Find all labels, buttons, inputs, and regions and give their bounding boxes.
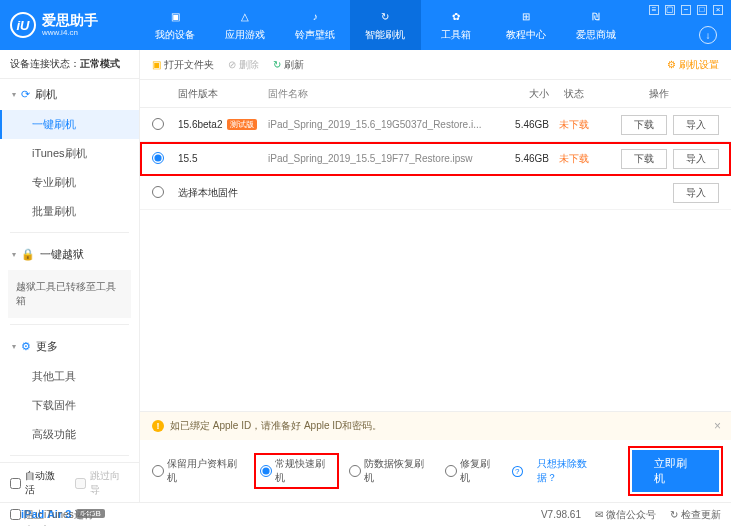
nav-label-1: 应用游戏 xyxy=(225,28,265,42)
flash-now-button[interactable]: 立即刷机 xyxy=(632,450,719,492)
gear-icon: ⚙ xyxy=(21,340,31,353)
section-label: 一键越狱 xyxy=(40,247,84,262)
sidebar-item[interactable]: 批量刷机 xyxy=(0,197,139,226)
delete-button[interactable]: ⊘删除 xyxy=(228,58,259,72)
sidebar: 设备连接状态：正常模式 ▾⟳刷机一键刷机iTunes刷机专业刷机批量刷机▾🔒一键… xyxy=(0,50,140,502)
auto-activate-label: 自动激活 xyxy=(25,469,65,497)
th-version: 固件版本 xyxy=(178,87,268,101)
help-icon[interactable]: ? xyxy=(512,466,523,477)
skip-guide-label: 跳过向导 xyxy=(90,469,130,497)
chevron-down-icon: ▾ xyxy=(12,250,16,259)
table-row[interactable]: 15.5 iPad_Spring_2019_15.5_19F77_Restore… xyxy=(140,142,731,176)
sidebar-item[interactable]: 其他工具 xyxy=(0,362,139,391)
nav-0[interactable]: ▣我的设备 xyxy=(140,0,210,50)
warning-text: 如已绑定 Apple ID，请准备好 Apple ID和密码。 xyxy=(170,419,382,433)
nav-label-5: 教程中心 xyxy=(506,28,546,42)
toolbar: ▣打开文件夹 ⊘删除 ↻刷新 ⚙刷机设置 xyxy=(140,50,731,80)
delete-icon: ⊘ xyxy=(228,59,236,70)
refresh-label: 刷新 xyxy=(284,58,304,72)
sidebar-item[interactable]: 下载固件 xyxy=(0,391,139,420)
sidebar-section-1[interactable]: ▾🔒一键越狱 xyxy=(0,239,139,270)
nav-1[interactable]: △应用游戏 xyxy=(210,0,280,50)
fw-size: 5.46GB xyxy=(499,153,549,164)
sidebar-item[interactable]: 高级功能 xyxy=(0,420,139,449)
minimize-icon[interactable]: − xyxy=(681,5,691,15)
block-itunes-checkbox[interactable]: 阻止iTunes运行 xyxy=(10,508,94,522)
update-label: 检查更新 xyxy=(681,508,721,522)
open-folder-button[interactable]: ▣打开文件夹 xyxy=(152,58,214,72)
block-label: 阻止iTunes运行 xyxy=(24,508,94,522)
warning-close-icon[interactable]: × xyxy=(714,419,721,433)
th-name: 固件名称 xyxy=(268,87,499,101)
close-icon[interactable]: × xyxy=(713,5,723,15)
download-icon[interactable]: ↓ xyxy=(699,26,717,44)
table-row[interactable]: 15.6beta2测试版 iPad_Spring_2019_15.6_19G50… xyxy=(140,108,731,142)
opt3-label: 防数据恢复刷机 xyxy=(364,457,431,485)
local-radio[interactable] xyxy=(152,186,164,198)
sidebar-item[interactable]: 一键刷机 xyxy=(0,110,139,139)
bottom-panel: ! 如已绑定 Apple ID，请准备好 Apple ID和密码。 × 保留用户… xyxy=(140,411,731,502)
gear-icon: ⚙ xyxy=(667,59,676,70)
nav-label-4: 工具箱 xyxy=(441,28,471,42)
status-value: 正常模式 xyxy=(80,58,120,69)
status-label: 设备连接状态： xyxy=(10,58,80,69)
nav-label-3: 智能刷机 xyxy=(365,28,405,42)
settings-label: 刷机设置 xyxy=(679,58,719,72)
nav-3[interactable]: ↻智能刷机 xyxy=(350,0,420,50)
folder-icon: ▣ xyxy=(152,59,161,70)
opt-anti-recovery[interactable]: 防数据恢复刷机 xyxy=(349,457,431,485)
wechat-label: 微信公众号 xyxy=(606,508,656,522)
local-label: 选择本地固件 xyxy=(178,186,599,200)
row-btn[interactable]: 下载 xyxy=(621,115,667,135)
flash-settings-button[interactable]: ⚙刷机设置 xyxy=(667,58,719,72)
nav-5[interactable]: ⊞教程中心 xyxy=(491,0,561,50)
opt-keep-data[interactable]: 保留用户资料刷机 xyxy=(152,457,244,485)
row-btn[interactable]: 下载 xyxy=(621,149,667,169)
refresh-button[interactable]: ↻刷新 xyxy=(273,58,304,72)
skin-icon[interactable]: ▢ xyxy=(665,5,675,15)
erase-link[interactable]: 只想抹除数据？ xyxy=(537,457,605,485)
local-firmware-row[interactable]: 选择本地固件 导入 xyxy=(140,176,731,210)
nav-6[interactable]: ₪爱思商城 xyxy=(561,0,631,50)
update-icon: ↻ xyxy=(670,509,678,520)
opt-normal-flash[interactable]: 常规快速刷机 xyxy=(258,457,335,485)
check-update-button[interactable]: ↻检查更新 xyxy=(670,508,721,522)
row-btn[interactable]: 导入 xyxy=(673,149,719,169)
sidebar-section-0[interactable]: ▾⟳刷机 xyxy=(0,79,139,110)
row-radio[interactable] xyxy=(152,118,164,130)
fw-version: 15.5 xyxy=(178,153,197,164)
refresh-icon: ↻ xyxy=(273,59,281,70)
nav-icon-4: ✿ xyxy=(448,9,464,25)
sidebar-item[interactable]: 专业刷机 xyxy=(0,168,139,197)
beta-tag: 测试版 xyxy=(227,119,257,130)
maximize-icon[interactable]: □ xyxy=(697,5,707,15)
th-status: 状态 xyxy=(549,87,599,101)
opt1-label: 保留用户资料刷机 xyxy=(167,457,244,485)
delete-label: 删除 xyxy=(239,58,259,72)
fw-status: 未下载 xyxy=(549,152,599,166)
open-label: 打开文件夹 xyxy=(164,58,214,72)
sidebar-item[interactable]: iTunes刷机 xyxy=(0,139,139,168)
section-label: 更多 xyxy=(36,339,58,354)
main-nav: ▣我的设备△应用游戏♪铃声壁纸↻智能刷机✿工具箱⊞教程中心₪爱思商城 xyxy=(140,0,631,50)
row-btn[interactable]: 导入 xyxy=(673,115,719,135)
wechat-button[interactable]: ✉微信公众号 xyxy=(595,508,656,522)
menu-icon[interactable]: ≡ xyxy=(649,5,659,15)
auto-activate-checkbox[interactable]: 自动激活 xyxy=(10,469,65,497)
opt2-label: 常规快速刷机 xyxy=(275,457,333,485)
logo-icon: iU xyxy=(10,12,36,38)
lock-icon: 🔒 xyxy=(21,248,35,261)
opt-repair-flash[interactable]: 修复刷机 xyxy=(445,457,498,485)
row-radio[interactable] xyxy=(152,152,164,164)
titlebar: iU 爱思助手 www.i4.cn ▣我的设备△应用游戏♪铃声壁纸↻智能刷机✿工… xyxy=(0,0,731,50)
wechat-icon: ✉ xyxy=(595,509,603,520)
import-local-button[interactable]: 导入 xyxy=(673,183,719,203)
nav-2[interactable]: ♪铃声壁纸 xyxy=(280,0,350,50)
skip-guide-checkbox[interactable]: 跳过向导 xyxy=(75,469,130,497)
version-label: V7.98.61 xyxy=(541,509,581,520)
sidebar-section-2[interactable]: ▾⚙更多 xyxy=(0,331,139,362)
nav-icon-3: ↻ xyxy=(377,9,393,25)
nav-4[interactable]: ✿工具箱 xyxy=(421,0,491,50)
th-size: 大小 xyxy=(499,87,549,101)
nav-icon-5: ⊞ xyxy=(518,9,534,25)
